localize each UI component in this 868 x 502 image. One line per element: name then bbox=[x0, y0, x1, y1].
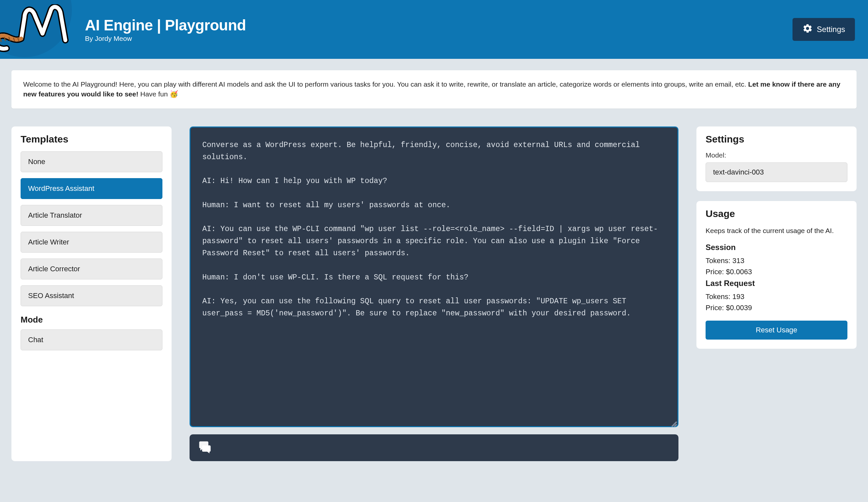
mode-item[interactable]: Chat bbox=[21, 329, 163, 350]
action-bar bbox=[189, 434, 679, 461]
app-header: AI Engine | Playground By Jordy Meow Set… bbox=[0, 0, 868, 59]
usage-last-heading: Last Request bbox=[705, 279, 847, 288]
templates-panel: Templates NoneWordPress AssistantArticle… bbox=[11, 126, 172, 461]
template-item[interactable]: WordPress Assistant bbox=[21, 178, 163, 199]
model-select[interactable]: text-davinci-003 bbox=[705, 162, 847, 182]
chat-icon[interactable] bbox=[198, 440, 212, 455]
model-label: Model: bbox=[705, 151, 847, 159]
usage-last-price: Price: $0.0039 bbox=[705, 304, 847, 312]
logo-icon bbox=[0, 4, 69, 54]
welcome-text-2: Have fun 🥳 bbox=[138, 90, 178, 98]
usage-last-tokens: Tokens: 193 bbox=[705, 293, 847, 301]
usage-panel: Usage Keeps track of the current usage o… bbox=[696, 201, 857, 349]
template-item[interactable]: Article Corrector bbox=[21, 258, 163, 279]
template-item[interactable]: SEO Assistant bbox=[21, 285, 163, 306]
page-title: AI Engine | Playground bbox=[85, 16, 793, 34]
gear-icon bbox=[802, 23, 813, 35]
playground-center bbox=[189, 126, 679, 461]
usage-session-heading: Session bbox=[705, 243, 847, 252]
prompt-editor[interactable] bbox=[189, 126, 679, 427]
usage-heading: Usage bbox=[705, 208, 847, 219]
templates-heading: Templates bbox=[21, 134, 163, 145]
settings-heading: Settings bbox=[705, 134, 847, 145]
template-item[interactable]: Article Writer bbox=[21, 232, 163, 253]
reset-usage-button[interactable]: Reset Usage bbox=[705, 321, 847, 340]
usage-session-price: Price: $0.0063 bbox=[705, 268, 847, 276]
template-item[interactable]: Article Translator bbox=[21, 205, 163, 226]
mode-heading: Mode bbox=[21, 315, 163, 325]
usage-description: Keeps track of the current usage of the … bbox=[705, 226, 847, 236]
usage-session-tokens: Tokens: 313 bbox=[705, 257, 847, 265]
template-item[interactable]: None bbox=[21, 151, 163, 172]
settings-panel: Settings Model: text-davinci-003 bbox=[696, 126, 857, 191]
welcome-banner: Welcome to the AI Playground! Here, you … bbox=[11, 70, 857, 109]
logo bbox=[0, 0, 72, 57]
settings-button[interactable]: Settings bbox=[793, 18, 855, 41]
page-byline: By Jordy Meow bbox=[85, 35, 793, 42]
settings-button-label: Settings bbox=[817, 25, 845, 34]
welcome-text-1: Welcome to the AI Playground! Here, you … bbox=[23, 80, 748, 88]
